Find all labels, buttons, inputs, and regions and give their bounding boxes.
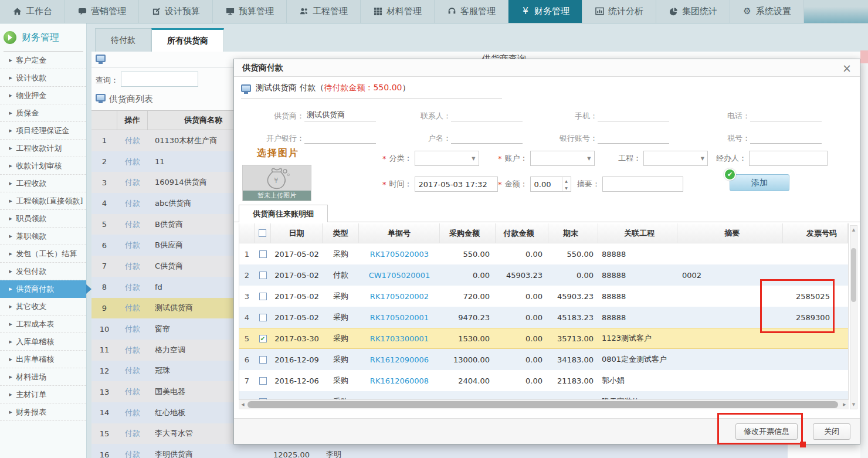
category-select[interactable] <box>415 151 479 166</box>
choose-image-link[interactable]: 选择图片 <box>242 147 314 160</box>
sidebar-item-staff-withdraw[interactable]: ▶职员领款 <box>0 210 86 228</box>
nav-item-design-budget[interactable]: 设计预算 <box>139 0 213 23</box>
modal-close-button[interactable]: 关闭 <box>813 423 850 440</box>
sidebar-item-customer-deposit[interactable]: ▶客户定金 <box>0 52 86 69</box>
detail-row[interactable]: 42017-05-02采购RK17050200019470.230.004518… <box>239 307 848 328</box>
pay-link[interactable]: 付款 <box>125 429 140 437</box>
row-checkbox[interactable] <box>259 272 267 279</box>
pay-link[interactable]: 付款 <box>125 387 140 396</box>
sidebar-item-quality-deposit[interactable]: ▶质保金 <box>0 104 86 122</box>
sidebar-item-design-collection[interactable]: ▶设计收款 <box>0 69 86 87</box>
pay-link[interactable]: 付款 <box>125 303 140 312</box>
pay-link[interactable]: 付款 <box>125 324 140 333</box>
summary-input[interactable] <box>602 177 683 192</box>
nav-item-customer-service[interactable]: 客服管理 <box>435 0 508 23</box>
sidebar-item-parttime-withdraw[interactable]: ▶兼职领款 <box>0 228 86 245</box>
row-checkbox[interactable] <box>259 314 267 321</box>
scroll-left-icon[interactable]: ◀ <box>239 400 247 409</box>
nav-item-budget[interactable]: 预算管理 <box>213 0 287 23</box>
pay-link[interactable]: 付款 <box>125 178 140 186</box>
document-number-link[interactable]: RK1705020001 <box>370 313 429 322</box>
close-icon[interactable]: × <box>842 62 852 74</box>
nav-item-material[interactable]: 材料管理 <box>361 0 435 23</box>
stepper-up-icon[interactable]: ▲ <box>562 177 571 184</box>
nav-item-statistics[interactable]: 统计分析 <box>582 0 656 23</box>
sidebar-item-inbound-audit[interactable]: ▶入库单稽核 <box>0 333 86 351</box>
document-number-link[interactable]: RK1612060008 <box>370 376 429 385</box>
nav-item-finance[interactable]: ¥财务管理 <box>508 0 582 23</box>
agent-input[interactable] <box>749 151 828 166</box>
pay-link[interactable]: 付款 <box>125 366 140 375</box>
select-all-checkbox[interactable] <box>259 229 266 237</box>
sidebar-item-project-withdraw-direct[interactable]: ▶工程领款[直接领款] <box>0 192 86 210</box>
scroll-up-icon[interactable]: ▲ <box>850 226 857 234</box>
sidebar-item-other-income-expense[interactable]: ▶其它收支 <box>0 298 86 315</box>
sidebar-item-project-collection-plan[interactable]: ▶工程收款计划 <box>0 140 86 157</box>
sidebar-item-project-cost-table[interactable]: ▶工程成本表 <box>0 315 86 333</box>
document-number-link[interactable]: RK1705020003 <box>370 250 429 259</box>
sidebar-item-project-collection[interactable]: ▶工程收款 <box>0 175 86 192</box>
sidebar-item-main-material-order[interactable]: ▶主材订单 <box>0 386 86 403</box>
detail-row[interactable]: 5✔2017-03-30采购RK17033000011530.000.00357… <box>239 328 848 349</box>
horizontal-scrollbar-thumb[interactable] <box>247 401 838 408</box>
nav-item-settings[interactable]: ⚙系统设置 <box>730 0 804 23</box>
sidebar-item-material-entry[interactable]: ▶材料进场 <box>0 368 86 386</box>
scroll-right-icon[interactable]: ▶ <box>840 400 849 409</box>
project-select[interactable] <box>643 151 708 166</box>
pay-link[interactable]: 付款 <box>125 345 140 354</box>
pay-link[interactable]: 付款 <box>125 240 140 249</box>
horizontal-scrollbar[interactable]: ◀ ▶ <box>239 400 849 409</box>
type-cell: 采购 <box>323 354 359 365</box>
nav-item-engineering[interactable]: 工程管理 <box>287 0 361 23</box>
sidebar-item-property-deposit[interactable]: ▶物业押金 <box>0 87 86 104</box>
pay-link[interactable]: 付款 <box>125 262 140 270</box>
stepper-down-icon[interactable]: ▼ <box>562 184 571 191</box>
document-number-link[interactable]: CW1705020001 <box>369 271 430 280</box>
detail-row[interactable]: 82016-09-07采购RK160907000110004.000.00187… <box>239 391 848 400</box>
scroll-down-icon[interactable]: ▼ <box>850 401 857 409</box>
pay-link[interactable]: 付款 <box>125 220 140 229</box>
detail-row[interactable]: 62016-12-09采购RK161209000613000.000.00341… <box>239 349 848 370</box>
sidebar-item-pm-guarantee[interactable]: ▶项目经理保证金 <box>0 122 86 140</box>
vertical-scrollbar-thumb[interactable] <box>851 248 856 302</box>
nav-item-marketing[interactable]: 营销管理 <box>65 0 139 23</box>
document-number-link[interactable]: RK1705020002 <box>370 292 429 301</box>
row-checkbox[interactable] <box>259 356 267 364</box>
row-checkbox[interactable] <box>259 293 267 300</box>
pay-link[interactable]: 付款 <box>125 199 140 208</box>
pay-link[interactable]: 付款 <box>125 136 140 145</box>
detail-row[interactable]: 72016-12-06采购RK16120600082404.000.002118… <box>239 370 848 391</box>
pay-link[interactable]: 付款 <box>125 450 140 458</box>
detail-row[interactable]: 32017-05-02采购RK1705020002720.000.0045903… <box>239 286 848 307</box>
tab-supplier-ledger[interactable]: 供货商往来账明细 <box>239 205 328 222</box>
sidebar-item-finance-report[interactable]: ▶财务报表 <box>0 403 86 421</box>
vertical-scrollbar[interactable]: ▲ ▼ <box>850 225 857 409</box>
row-checkbox[interactable] <box>259 250 267 258</box>
pay-link[interactable]: 付款 <box>125 283 140 291</box>
add-button[interactable]: ✔ 添加 <box>730 174 789 191</box>
amount-stepper[interactable]: 0.00 ▲ ▼ <box>530 177 571 192</box>
row-checkbox[interactable]: ✔ <box>259 335 267 342</box>
tab-pending-payment[interactable]: 待付款 <box>95 28 151 52</box>
document-number-link[interactable]: RK1703300001 <box>370 334 429 343</box>
pay-link[interactable]: 付款 <box>125 157 140 166</box>
detail-row[interactable]: 22017-05-02付款CW17050200010.0045903.230.0… <box>239 264 848 286</box>
nav-item-group-stats[interactable]: 集团统计 <box>656 0 730 23</box>
sidebar-item-supplier-payment[interactable]: ▶供货商付款 <box>0 280 86 298</box>
search-input[interactable] <box>121 72 198 87</box>
document-number-link[interactable]: RK1612090006 <box>370 355 429 364</box>
header-7: 摘要 <box>677 223 783 243</box>
nav-item-workbench[interactable]: 工作台 <box>0 0 65 23</box>
supplier-row[interactable]: 16付款李明供货商12025.00李明 <box>91 444 788 458</box>
time-input[interactable]: 2017-05-03 17:32 <box>415 177 498 192</box>
tab-all-suppliers[interactable]: 所有供货商 <box>151 28 224 52</box>
sidebar-item-outbound-audit[interactable]: ▶出库单稽核 <box>0 351 86 368</box>
row-checkbox[interactable] <box>259 377 267 385</box>
detail-row-number: 3 <box>239 292 255 301</box>
pay-link[interactable]: 付款 <box>125 408 140 417</box>
sidebar-item-contractor-payment[interactable]: ▶发包付款 <box>0 263 86 280</box>
sidebar-item-collection-plan-audit[interactable]: ▶收款计划审核 <box>0 157 86 175</box>
account-select[interactable] <box>530 151 595 166</box>
detail-row[interactable]: 12017-05-02采购RK1705020003550.000.00550.0… <box>239 243 848 264</box>
sidebar-item-contractor-settlement[interactable]: ▶发包（工长）结算 <box>0 245 86 263</box>
